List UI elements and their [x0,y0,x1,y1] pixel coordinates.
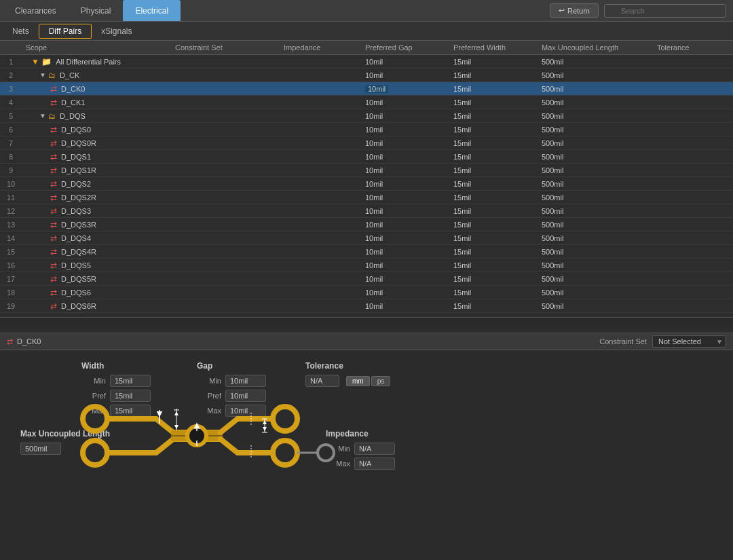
row-num: 8 [0,153,22,161]
table-row[interactable]: 18 ⇄ D_DQS6 10mil 15mil 500mil [0,286,733,299]
row-pref-width: 15mil [449,193,538,202]
col-header-pref-gap: Preferred Gap [361,43,449,52]
table-row[interactable]: 20 ⇄ D_DQS7 10mil 15mil 500mil [0,313,733,317]
row-pref-gap: 10mil [361,221,449,229]
status-constraint: Constraint Set Not Selected Constraint S… [599,335,726,348]
row-num: 6 [0,126,22,134]
row-pref-width: 15mil [449,234,538,242]
pair-icon: ⇄ [50,315,57,318]
table-row[interactable]: 15 ⇄ D_DQS4R 10mil 15mil 500mil [0,245,733,259]
tab-clearances[interactable]: Clearances [3,0,69,21]
pair-icon: ⇄ [50,206,57,216]
sub-tab-diff-pairs[interactable]: Diff Pairs [39,24,92,39]
pair-icon: ⇄ [50,234,57,243]
pair-icon: ⇄ [50,274,57,284]
sub-tab-nets[interactable]: Nets [3,24,39,38]
impedance-max-input[interactable] [354,458,395,470]
row-name: D_DQS2R [61,193,96,202]
table-row[interactable]: 12 ⇄ D_DQS3 10mil 15mil 500mil [0,204,733,218]
row-scope: ▼ 📁 All Differential Pairs [22,57,171,67]
table-row[interactable]: 11 ⇄ D_DQS2R 10mil 15mil 500mil [0,191,733,204]
top-right-area: ↩ Return 🔍 [550,3,730,18]
row-name: All Differential Pairs [56,58,121,66]
horizontal-scrollbar[interactable] [0,317,733,328]
table-row[interactable]: 9 ⇄ D_DQS1R 10mil 15mil 500mil [0,164,733,177]
table-row[interactable]: 1 ▼ 📁 All Differential Pairs 10mil 15mil… [0,55,733,69]
table-scroll[interactable]: 1 ▼ 📁 All Differential Pairs 10mil 15mil… [0,55,733,317]
table-row[interactable]: 5 ▼ 🗂 D_DQS 10mil 15mil 500mil [0,109,733,123]
row-name: D_DQS [60,112,86,120]
row-name: D_DQS3R [61,221,96,229]
row-pref-width: 15mil [449,58,538,66]
pair-icon: ⇄ [50,179,57,189]
row-pref-width: 15mil [449,316,538,318]
row-scope: ⇄ D_DQS5R [22,274,171,284]
row-num: 20 [0,316,22,318]
row-pref-width: 15mil [449,98,538,107]
table-row[interactable]: 13 ⇄ D_DQS3R 10mil 15mil 500mil [0,218,733,231]
row-scope: ⇄ D_DQS3R [22,220,171,229]
row-scope: ⇄ D_DQS1 [22,152,171,162]
row-name: D_DQS5R [61,275,96,283]
row-name: D_DQS3 [61,207,91,215]
row-pref-gap: 10mil [361,302,449,310]
tolerance-section: Tolerance mm ps [305,361,390,390]
unit-ps-button[interactable]: ps [371,376,391,386]
sub-tab-bar: Nets Diff Pairs xSignals [0,22,733,41]
row-scope: ⇄ D_CK0 [22,84,171,94]
width-min-input[interactable] [110,375,151,387]
table-row[interactable]: 17 ⇄ D_DQS5R 10mil 15mil 500mil [0,272,733,286]
row-max-uncoupled: 500mil [538,207,653,215]
width-min-row: Min [81,375,151,387]
table-row[interactable]: 8 ⇄ D_DQS1 10mil 15mil 500mil [0,150,733,164]
top-tab-bar: Clearances Physical Electrical ↩ Return … [0,0,733,22]
impedance-min-input[interactable] [354,443,395,455]
unit-mm-button[interactable]: mm [346,376,370,386]
row-name: D_DQS4 [61,234,91,242]
row-scope: ⇄ D_DQS0R [22,138,171,148]
row-max-uncoupled: 500mil [538,180,653,188]
row-pref-width: 15mil [449,139,538,147]
table-row[interactable]: 14 ⇄ D_DQS4 10mil 15mil 500mil [0,231,733,245]
group-expand-icon: ▼ [39,112,46,119]
row-max-uncoupled: 500mil [538,153,653,161]
row-scope: ⇄ D_DQS6R [22,301,171,311]
row-pref-gap: 10mil [361,71,449,79]
diff-pair-diagram [54,395,339,479]
table-row[interactable]: 6 ⇄ D_DQS0 10mil 15mil 500mil [0,123,733,136]
tab-electrical[interactable]: Electrical [123,0,181,21]
col-header-num [0,43,22,52]
tolerance-input[interactable] [305,375,339,387]
table-row[interactable]: 19 ⇄ D_DQS6R 10mil 15mil 500mil [0,299,733,313]
row-num: 1 [0,58,22,66]
gap-min-input[interactable] [225,375,266,387]
row-max-uncoupled: 500mil [538,112,653,120]
table-row[interactable]: 16 ⇄ D_DQS5 10mil 15mil 500mil [0,259,733,272]
row-pref-gap: 10mil [361,98,449,107]
table-row[interactable]: 3 ⇄ D_CK0 10mil 15mil 500mil [0,82,733,96]
table-container: Scope Constraint Set Impedance Preferred… [0,41,733,333]
search-input[interactable] [604,4,726,18]
col-header-constraint: Constraint Set [171,43,280,52]
folder-icon: ▼ 📁 [31,57,52,67]
sub-tab-xsignals[interactable]: xSignals [92,24,141,38]
row-pref-width: 15mil [449,302,538,310]
table-row[interactable]: 7 ⇄ D_DQS0R 10mil 15mil 500mil [0,136,733,150]
tab-physical[interactable]: Physical [69,0,124,21]
table-row[interactable]: 4 ⇄ D_CK1 10mil 15mil 500mil [0,96,733,109]
row-pref-width: 15mil [449,261,538,269]
table-row[interactable]: 10 ⇄ D_DQS2 10mil 15mil 500mil [0,177,733,191]
row-scope: ⇄ D_DQS2R [22,193,171,202]
row-scope: ⇄ D_DQS6 [22,288,171,297]
table-row[interactable]: 2 ▼ 🗂 D_CK 10mil 15mil 500mil [0,69,733,82]
return-button[interactable]: ↩ Return [550,3,599,18]
row-pref-width: 15mil [449,126,538,134]
pair-icon: ⇄ [50,261,57,270]
row-scope: ⇄ D_DQS7 [22,315,171,318]
row-name: D_CK0 [61,85,85,93]
row-max-uncoupled: 500mil [538,275,653,283]
constraint-set-select[interactable]: Not Selected Constraint Set 1 Constraint… [652,335,726,348]
row-num: 12 [0,207,22,215]
row-max-uncoupled: 500mil [538,193,653,202]
pair-icon: ⇄ [50,301,57,311]
